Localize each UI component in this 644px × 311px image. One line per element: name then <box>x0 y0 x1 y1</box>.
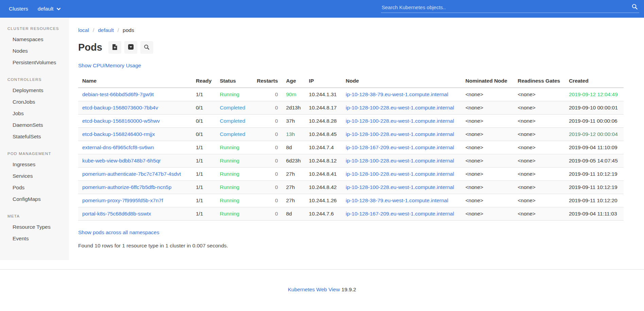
pod-status-cell: Running <box>216 168 250 181</box>
table-row: portal-k8s-75c68d6d8b-sswtx 1/1 Running … <box>78 207 624 221</box>
breadcrumb-separator: / <box>89 27 98 33</box>
pod-ready-cell: 1/1 <box>192 168 216 181</box>
pod-name-link[interactable]: pomerium-authenticate-7bc7c747b7-4sdvt <box>82 171 181 177</box>
pods-table-body: debian-test-66bbd5d6f9-7gw9t 1/1 Running… <box>78 88 624 221</box>
breadcrumb-cluster-link[interactable]: local <box>78 27 89 33</box>
pod-readiness-gates-cell: <none> <box>514 168 565 181</box>
pod-restarts-cell: 0 <box>250 194 282 207</box>
sidebar-item-deployments[interactable]: Deployments <box>0 85 69 96</box>
pod-ip-cell: 10.244.8.28 <box>305 115 342 128</box>
sidebar-item-events[interactable]: Events <box>0 233 69 244</box>
pods-table: Name Ready Status Restarts Age IP Node N… <box>78 74 624 221</box>
node-link[interactable]: ip-10-128-100-228.eu-west-1.compute.inte… <box>346 131 454 137</box>
clusters-nav-link[interactable]: Clusters <box>4 0 33 18</box>
sidebar-item-persistentvolumes[interactable]: PersistentVolumes <box>0 57 69 68</box>
pod-created-cell: 2019-09-12 12:04:49 <box>565 88 624 101</box>
column-header-ready: Ready <box>192 74 216 88</box>
node-link[interactable]: ip-10-128-100-228.eu-west-1.compute.inte… <box>346 118 454 124</box>
column-header-name: Name <box>78 74 192 88</box>
pod-created-cell: 2019-09-10 00:00:01 <box>565 101 624 115</box>
pod-status-cell: Running <box>216 154 250 168</box>
main-content: local / default / pods Pods <box>69 18 644 260</box>
sidebar-item-services[interactable]: Services <box>0 170 69 182</box>
breadcrumb-separator: / <box>114 27 123 33</box>
column-header-age: Age <box>282 74 305 88</box>
sidebar-item-resource-types[interactable]: Resource Types <box>0 221 69 233</box>
sidebar-item-pods[interactable]: Pods <box>0 182 69 193</box>
pod-readiness-gates-cell: <none> <box>514 115 565 128</box>
pod-created-cell: 2019-09-04 11:10:09 <box>565 141 624 154</box>
sidebar-item-cronjobs[interactable]: CronJobs <box>0 96 69 108</box>
pod-name-link[interactable]: etcd-backup-1568160000-w5hwv <box>82 118 160 124</box>
pod-name-link[interactable]: etcd-backup-1568073600-7bb4v <box>82 105 158 110</box>
kubernetes-web-view-link[interactable]: Kubernetes Web View <box>288 287 340 292</box>
node-link[interactable]: ip-10-128-100-228.eu-west-1.compute.inte… <box>346 158 454 163</box>
pod-created-cell: 2019-09-12 00:00:04 <box>565 128 624 141</box>
footer: Kubernetes Web View19.9.2 <box>0 269 644 310</box>
sidebar-item-jobs[interactable]: Jobs <box>0 108 69 119</box>
sidebar-item-daemonsets[interactable]: DaemonSets <box>0 119 69 131</box>
download-tsv-button[interactable] <box>108 41 121 54</box>
sidebar-label-pod-management: Pod Management <box>7 152 65 156</box>
pod-name-link[interactable]: etcd-backup-1568246400-rmjjx <box>82 131 155 137</box>
search-submit-button[interactable] <box>628 3 639 12</box>
sidebar-item-configmaps[interactable]: ConfigMaps <box>0 193 69 205</box>
pod-readiness-gates-cell: <none> <box>514 128 565 141</box>
pod-nominated-node-cell: <none> <box>462 128 514 141</box>
node-link[interactable]: ip-10-128-100-228.eu-west-1.compute.inte… <box>346 184 454 190</box>
table-search-button[interactable] <box>140 41 153 54</box>
pod-restarts-cell: 0 <box>250 168 282 181</box>
sidebar-item-namespaces[interactable]: Namespaces <box>0 34 69 45</box>
pod-ip-cell: 10.244.1.26 <box>305 194 342 207</box>
node-link[interactable]: ip-10-128-100-228.eu-west-1.compute.inte… <box>346 171 454 177</box>
pod-readiness-gates-cell: <none> <box>514 181 565 194</box>
breadcrumb-namespace-link[interactable]: default <box>98 27 114 33</box>
node-link[interactable]: ip-10-128-167-209.eu-west-1.compute.inte… <box>346 144 454 150</box>
pod-age-cell: 27h <box>282 181 305 194</box>
pod-name-link[interactable]: pomerium-authorize-6ffc7b5dfb-ncn5p <box>82 184 172 190</box>
search-input[interactable] <box>381 3 628 12</box>
pod-name-link[interactable]: debian-test-66bbd5d6f9-7gw9t <box>82 91 154 97</box>
pod-nominated-node-cell: <none> <box>462 88 514 101</box>
show-all-namespaces-link[interactable]: Show pods across all namespaces <box>78 229 159 236</box>
pod-ip-cell: 10.244.7.6 <box>305 207 342 221</box>
pod-restarts-cell: 0 <box>250 88 282 101</box>
sidebar: Cluster Resources Namespaces Nodes Persi… <box>0 18 69 260</box>
pod-status-cell: Completed <box>216 115 250 128</box>
sidebar-item-ingresses[interactable]: Ingresses <box>0 159 69 170</box>
pod-restarts-cell: 0 <box>250 141 282 154</box>
pod-readiness-gates-cell: <none> <box>514 194 565 207</box>
pod-ready-cell: 0/1 <box>192 101 216 115</box>
node-link[interactable]: ip-10-128-100-228.eu-west-1.compute.inte… <box>346 105 454 110</box>
node-link[interactable]: ip-10-128-38-79.eu-west-1.compute.intern… <box>346 91 448 97</box>
pod-ip-cell: 10.244.1.31 <box>305 88 342 101</box>
pod-name-link[interactable]: external-dns-6f965cfcf8-sv6wn <box>82 144 154 150</box>
pod-name-link[interactable]: portal-k8s-75c68d6d8b-sswtx <box>82 211 151 217</box>
pod-ip-cell: 10.244.8.12 <box>305 154 342 168</box>
table-row: debian-test-66bbd5d6f9-7gw9t 1/1 Running… <box>78 88 624 101</box>
caret-square-down-icon <box>128 44 134 51</box>
table-row: kube-web-view-bdbb748b7-6h5qr 1/1 Runnin… <box>78 154 624 168</box>
node-link[interactable]: ip-10-128-167-209.eu-west-1.compute.inte… <box>346 211 454 217</box>
sidebar-label-meta: Meta <box>7 214 65 218</box>
sidebar-item-nodes[interactable]: Nodes <box>0 45 69 57</box>
pod-status-cell: Completed <box>216 128 250 141</box>
pod-readiness-gates-cell: <none> <box>514 141 565 154</box>
sidebar-item-statefulsets[interactable]: StatefulSets <box>0 131 69 142</box>
show-cpu-memory-usage-link[interactable]: Show CPU/Memory Usage <box>78 63 141 69</box>
chevron-down-icon <box>56 7 61 11</box>
node-link[interactable]: ip-10-128-38-79.eu-west-1.compute.intern… <box>346 197 448 203</box>
pod-name-link[interactable]: kube-web-view-bdbb748b7-6h5qr <box>82 158 161 163</box>
table-row: etcd-backup-1568160000-w5hwv 0/1 Complet… <box>78 115 624 128</box>
column-header-status: Status <box>216 74 250 88</box>
cluster-selector-dropdown[interactable]: default <box>33 0 66 18</box>
sidebar-label-controllers: Controllers <box>7 77 65 82</box>
expand-options-button[interactable] <box>124 41 137 54</box>
pod-status-cell: Running <box>216 194 250 207</box>
pod-age-cell: 90m <box>282 88 305 101</box>
table-header-row: Name Ready Status Restarts Age IP Node N… <box>78 74 624 88</box>
pod-name-link[interactable]: pomerium-proxy-7f9995fd5b-x7n7f <box>82 197 163 203</box>
pod-nominated-node-cell: <none> <box>462 101 514 115</box>
sidebar-label-cluster-resources: Cluster Resources <box>7 27 65 31</box>
pod-ip-cell: 10.244.8.41 <box>305 168 342 181</box>
